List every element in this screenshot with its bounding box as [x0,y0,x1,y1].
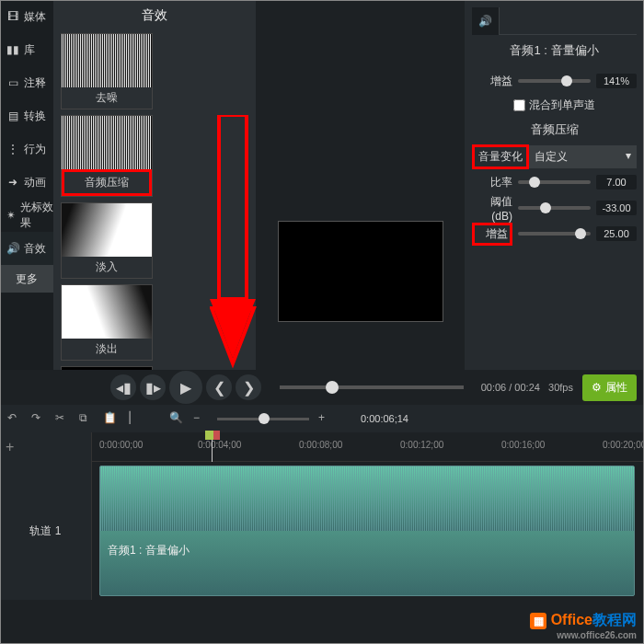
gear-icon: ⚙ [592,381,602,394]
effect-fadeout[interactable]: 淡出 [61,284,153,361]
zoom-out-button[interactable]: − [193,411,208,426]
ratio-label: 比率 [472,175,512,190]
library-icon: ▮▮ [6,42,20,57]
annotation-icon: ▭ [6,75,20,90]
step-back-button[interactable]: ❮ [206,374,232,400]
nav-behavior[interactable]: ⋮行为 [0,132,53,166]
playback-controls: ◂▮ ▮▸ ▶ ❮ ❯ 00:06 / 00:24 30fps ⚙属性 [0,370,644,405]
threshold-slider[interactable] [518,206,591,210]
nav-label: 转换 [24,109,46,124]
nav-label: 动画 [24,175,46,190]
track-content[interactable]: 音频1 : 音量偏小 [92,462,644,600]
nav-media[interactable]: 🎞媒体 [0,0,53,33]
threshold-value[interactable]: -33.00 [596,201,637,215]
audio-icon: 🔊 [6,241,20,256]
nav-animation[interactable]: ➜动画 [0,166,53,199]
waveform-icon [62,34,152,87]
properties-button[interactable]: ⚙属性 [582,374,637,401]
left-sidebar: 🎞媒体 ▮▮库 ▭注释 ▤转换 ⋮行为 ➜动画 ✴光标效果 🔊音效 更多 [0,0,53,405]
nav-library[interactable]: ▮▮库 [0,33,53,66]
waveform-icon [62,116,152,169]
zoom-in-button[interactable]: + [318,411,333,426]
properties-panel: 🔊 音频1 : 音量偏小 增益 141% 混合到单声道 音频压缩 音量变化 自定… [465,0,644,405]
zoom-icon: 🔍 [169,411,184,426]
next-frame-button[interactable]: ▮▸ [140,374,166,400]
nav-cursor[interactable]: ✴光标效果 [0,199,53,232]
watermark: ▦ Office教程网 www.office26.com [530,611,637,640]
playhead[interactable] [212,432,213,462]
animation-icon: ➜ [6,175,20,190]
effect-fadein[interactable]: 淡入 [61,202,153,279]
behavior-icon: ⋮ [6,142,20,156]
redo-button[interactable]: ↷ [31,411,46,426]
compression-title: 音频压缩 [472,116,637,144]
add-track-button[interactable]: + [6,439,14,455]
threshold-label: 阈值 (dB) [472,194,512,223]
step-forward-button[interactable]: ❯ [236,374,261,400]
split-button[interactable]: ⎮ [127,411,142,426]
ratio-slider[interactable] [518,180,591,184]
waveform-icon [62,285,152,339]
clip-title: 音频1 : 音量偏小 [472,42,637,59]
copy-button[interactable]: ⧉ [79,411,94,426]
film-icon: 🎞 [6,9,20,24]
nav-label: 行为 [24,142,46,157]
gain2-value[interactable]: 25.00 [596,226,637,241]
volume-change-label: 音量变化 [472,144,529,169]
more-button[interactable]: 更多 [0,265,53,293]
timeline-toolbar: ↶ ↷ ✂ ⧉ 📋 ⎮ 🔍 − + 0:00:06;14 [0,405,644,432]
nav-label: 光标效果 [20,200,53,231]
gain-slider[interactable] [518,79,591,83]
timeline: ↶ ↷ ✂ ⧉ 📋 ⎮ 🔍 − + 0:00:06;14 + 0:00:00;0… [0,405,644,644]
gain2-label: 增益 [472,223,512,246]
mix-mono-checkbox[interactable] [513,99,525,111]
nav-label: 注释 [24,75,46,91]
effects-header: 音效 [61,7,248,33]
speaker-icon: 🔊 [478,15,492,28]
track-header[interactable]: 轨道 1 [0,462,92,600]
audio-clip[interactable]: 音频1 : 音量偏小 [99,466,635,596]
nav-annotation[interactable]: ▭注释 [0,66,53,99]
paste-button[interactable]: 📋 [103,411,118,426]
gain-value[interactable]: 141% [596,74,637,88]
undo-button[interactable]: ↶ [7,411,22,426]
cut-button[interactable]: ✂ [55,411,70,426]
nav-transition[interactable]: ▤转换 [0,99,53,132]
nav-label: 媒体 [24,9,46,25]
effect-denoise[interactable]: 去噪 [61,33,153,109]
preset-dropdown[interactable]: 自定义 [529,145,637,168]
cursor-icon: ✴ [6,208,17,223]
nav-label: 库 [24,42,35,58]
play-button[interactable]: ▶ [169,371,202,404]
effect-compression[interactable]: 音频压缩 [61,115,153,197]
transition-icon: ▤ [6,109,20,123]
prev-frame-button[interactable]: ◂▮ [110,374,136,400]
seek-slider[interactable] [280,385,464,389]
nav-label: 音效 [24,241,46,257]
ratio-value[interactable]: 7.00 [596,175,637,190]
timeline-ruler[interactable]: 0:00:00;00 0:00:04;00 0:00:08;00 0:00:12… [92,432,644,462]
clip-waveform [100,466,634,531]
playhead-timecode: 0:00:06;14 [361,413,408,424]
gain-label: 增益 [472,74,512,89]
effects-panel: 音效 去噪 音频压缩 淡入 淡出 ▸ 剪辑速度 [53,0,256,405]
waveform-icon [62,203,152,257]
nav-audio[interactable]: 🔊音效 [0,232,53,265]
time-display: 00:06 / 00:24 30fps [481,382,573,393]
preview-window[interactable] [278,221,443,322]
preview-area [256,0,465,405]
office-logo-icon: ▦ [530,613,546,629]
gain2-slider[interactable] [518,232,591,236]
zoom-slider[interactable] [217,418,309,420]
clip-label: 音频1 : 音量偏小 [108,543,190,558]
mix-mono-label: 混合到单声道 [529,98,595,113]
speaker-tab[interactable]: 🔊 [472,7,500,35]
